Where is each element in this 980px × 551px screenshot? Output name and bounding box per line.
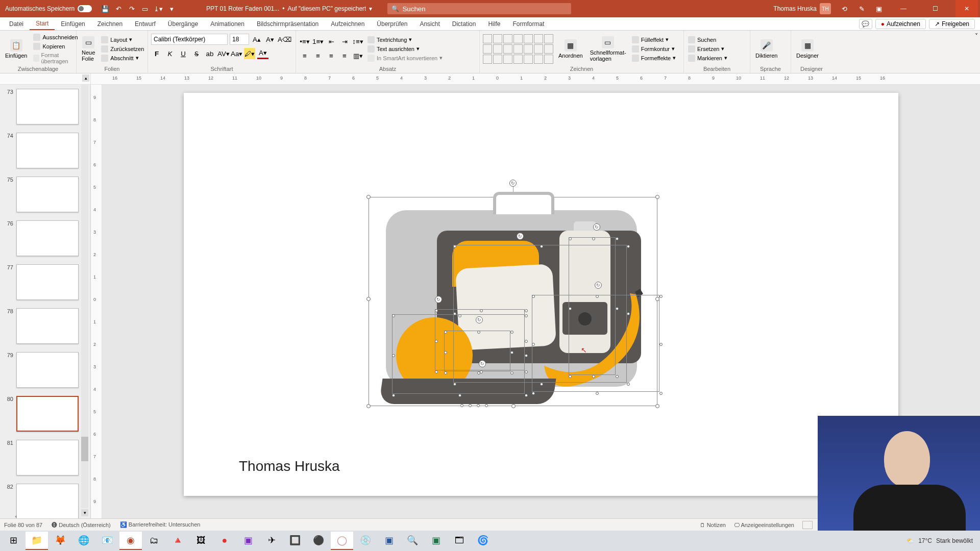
tab-hilfe[interactable]: Hilfe — [482, 17, 506, 30]
resize-handle[interactable] — [659, 343, 663, 346]
arrange-button[interactable]: ▦Anordnen — [556, 38, 585, 60]
resize-handle[interactable] — [477, 404, 480, 407]
thumbnail-82[interactable]: 82 — [0, 480, 90, 518]
resize-handle[interactable] — [525, 340, 528, 343]
resize-handle[interactable] — [616, 375, 619, 378]
resize-handle[interactable] — [540, 245, 543, 248]
new-slide-button[interactable]: ▭ Neue Folie — [80, 35, 97, 63]
maximize-button[interactable]: ☐ — [924, 0, 946, 17]
resize-handle[interactable] — [444, 351, 447, 354]
select-button[interactable]: Markieren▾ — [687, 54, 728, 62]
resize-handle[interactable] — [510, 331, 513, 334]
resize-handle[interactable] — [366, 195, 371, 199]
overflow-icon[interactable]: ▾ — [167, 5, 176, 13]
search-bar[interactable]: 🔍 — [387, 3, 571, 14]
resize-handle[interactable] — [627, 383, 630, 386]
display-settings-button[interactable]: 🖵 Anzeigeeinstellungen — [734, 522, 794, 528]
font-size-select[interactable]: 18 — [230, 34, 249, 45]
language-status[interactable]: 🅖 Deutsch (Österreich) — [52, 522, 111, 528]
save-icon[interactable]: 💾 — [101, 5, 109, 13]
app-button[interactable]: 💿 — [354, 532, 377, 550]
notes-button[interactable]: 🗒 Notizen — [700, 522, 726, 528]
resize-handle[interactable] — [366, 404, 371, 408]
resize-handle[interactable] — [366, 297, 371, 301]
thumbnail-73[interactable]: 73 — [0, 85, 90, 129]
thumbnail-75[interactable]: 75 — [0, 172, 90, 216]
quick-styles-button[interactable]: ▭Schnellformat-vorlagen — [588, 35, 628, 63]
italic-button[interactable]: K — [164, 48, 176, 59]
smartart-button[interactable]: In SmartArt konvertieren▾ — [366, 54, 444, 62]
system-tray[interactable]: ⛅ 17°C Stark bewölkt — [906, 537, 978, 544]
edge-button[interactable]: 🌀 — [472, 532, 494, 550]
shape-fill-button[interactable]: Fülleffekt▾ — [631, 36, 677, 44]
file-explorer-button[interactable]: 📁 — [26, 532, 48, 550]
tab-datei[interactable]: Datei — [3, 17, 30, 30]
rotate-handle[interactable] — [435, 296, 442, 303]
resize-handle[interactable] — [435, 370, 438, 373]
resize-handle[interactable] — [569, 307, 572, 310]
app-button[interactable]: ● — [213, 532, 236, 550]
dropdown-icon[interactable]: ⤓▾ — [154, 5, 162, 13]
resize-handle[interactable] — [444, 371, 447, 374]
resize-handle[interactable] — [596, 392, 599, 395]
app-button[interactable]: 🗂 — [143, 532, 165, 550]
resize-handle[interactable] — [392, 354, 395, 357]
text-direction-button[interactable]: Textrichtung▾ — [366, 36, 444, 44]
bullets-button[interactable]: •≡▾ — [299, 36, 310, 47]
resize-handle[interactable] — [659, 295, 663, 298]
resize-handle[interactable] — [453, 312, 456, 315]
thumbnail-79[interactable]: 79✦ — [0, 348, 90, 392]
outdent-button[interactable]: ⇤ — [326, 36, 337, 47]
resize-handle[interactable] — [569, 375, 572, 378]
resize-handle[interactable] — [525, 309, 528, 312]
resize-handle[interactable] — [525, 314, 528, 317]
align-right-button[interactable]: ≡ — [326, 51, 337, 62]
autosave-toggle[interactable]: Automatisches Speichern — [0, 5, 97, 12]
resize-handle[interactable] — [485, 404, 488, 407]
close-button[interactable]: ✕ — [955, 0, 978, 17]
tab-start[interactable]: Start — [30, 17, 55, 30]
selected-group[interactable]: ↖ — [369, 180, 657, 406]
resize-handle[interactable] — [627, 245, 630, 248]
clear-format-button[interactable]: A⌫ — [278, 34, 289, 45]
reset-button[interactable]: Zurücksetzen — [100, 45, 145, 53]
resize-handle[interactable] — [460, 404, 463, 407]
resize-handle[interactable] — [458, 394, 461, 397]
find-button[interactable]: Suchen — [687, 36, 728, 44]
align-center-button[interactable]: ≡ — [312, 51, 324, 62]
thumb-preview[interactable] — [16, 220, 79, 256]
thumb-preview[interactable] — [16, 352, 79, 388]
app-button[interactable]: ◯ — [331, 532, 353, 550]
underline-button[interactable]: U — [178, 48, 189, 59]
slide-position[interactable]: Folie 80 von 87 — [4, 522, 42, 528]
resize-handle[interactable] — [444, 331, 447, 334]
resize-handle[interactable] — [469, 404, 472, 407]
app-button[interactable]: 🔍 — [401, 532, 424, 550]
strike-button[interactable]: S̶ — [191, 48, 202, 59]
horizontal-ruler[interactable]: 1615141312111098765432101234567891011121… — [102, 73, 980, 84]
resize-handle[interactable] — [480, 309, 483, 312]
shape-effects-button[interactable]: Formeffekte▾ — [631, 54, 677, 62]
resize-handle[interactable] — [592, 237, 595, 240]
thumb-preview[interactable] — [16, 396, 79, 432]
document-title[interactable]: PPT 01 Roter Faden 001... • Auf "diesem … — [206, 5, 372, 12]
resize-handle[interactable] — [540, 383, 543, 386]
resize-handle[interactable] — [627, 312, 630, 315]
format-painter-button[interactable]: Format übertragen — [32, 52, 79, 65]
thumbnail-78[interactable]: 78 — [0, 304, 90, 348]
resize-handle[interactable] — [569, 237, 572, 240]
thumbnail-81[interactable]: 81 — [0, 436, 90, 480]
outlook-button[interactable]: 📧 — [96, 532, 118, 550]
thumb-preview[interactable] — [16, 177, 79, 212]
resize-handle[interactable] — [510, 351, 513, 354]
undo-icon[interactable]: ↶ — [114, 5, 122, 13]
app-button[interactable]: 🔲 — [284, 532, 306, 550]
tab-animationen[interactable]: Animationen — [204, 17, 251, 30]
tab-einfügen[interactable]: Einfügen — [55, 17, 91, 30]
thumb-preview[interactable] — [16, 264, 79, 300]
excel-button[interactable]: ▣ — [425, 532, 447, 550]
replace-button[interactable]: Ersetzen▾ — [687, 45, 728, 53]
align-text-button[interactable]: Text ausrichten▾ — [366, 45, 444, 53]
justify-button[interactable]: ≡ — [339, 51, 350, 62]
resize-handle[interactable] — [532, 343, 535, 346]
